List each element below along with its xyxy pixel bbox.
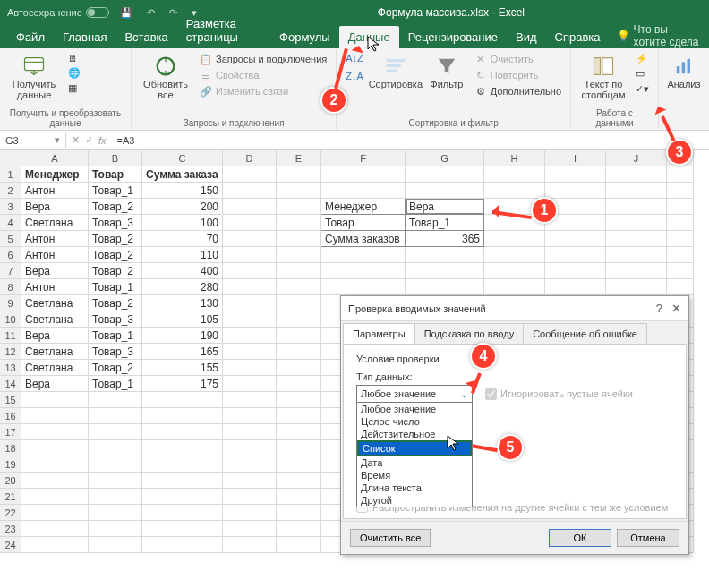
cell-D23[interactable] bbox=[223, 521, 277, 537]
cell-I7[interactable] bbox=[545, 263, 606, 279]
cell-D6[interactable] bbox=[223, 247, 277, 263]
col-header-I[interactable]: I bbox=[545, 150, 606, 166]
row-header-10[interactable]: 10 bbox=[0, 311, 21, 328]
cell-A8[interactable]: Антон bbox=[21, 279, 89, 295]
cell-D9[interactable] bbox=[223, 295, 277, 311]
cell-C8[interactable]: 280 bbox=[142, 279, 223, 295]
cell-A11[interactable]: Вера bbox=[21, 328, 89, 344]
cell-D13[interactable] bbox=[223, 360, 277, 376]
cell-E23[interactable] bbox=[277, 521, 321, 537]
cell-B20[interactable] bbox=[89, 473, 142, 489]
cell-B15[interactable] bbox=[89, 392, 142, 408]
tab-layout[interactable]: Разметка страницы bbox=[177, 13, 270, 48]
cell-K2[interactable] bbox=[667, 183, 694, 199]
cell-E5[interactable] bbox=[277, 231, 321, 247]
cell-H5[interactable] bbox=[484, 231, 545, 247]
cell-D22[interactable] bbox=[223, 505, 277, 521]
combo-opt-5[interactable]: Время bbox=[357, 469, 472, 481]
row-header-11[interactable]: 11 bbox=[0, 328, 21, 344]
row-header-4[interactable]: 4 bbox=[0, 215, 21, 231]
autosave-toggle[interactable]: Автосохранение bbox=[7, 7, 109, 18]
cell-C11[interactable]: 190 bbox=[142, 328, 223, 344]
row-header-21[interactable]: 21 bbox=[0, 489, 21, 505]
clear-all-button[interactable]: Очистить все bbox=[350, 529, 431, 547]
cell-G8[interactable] bbox=[406, 279, 484, 295]
cell-A15[interactable] bbox=[21, 392, 89, 408]
cell-J1[interactable] bbox=[606, 166, 667, 183]
cell-C15[interactable] bbox=[142, 392, 223, 408]
queries-cmd[interactable]: 📋Запросы и подключения bbox=[198, 52, 329, 66]
cell-B4[interactable]: Товар_3 bbox=[89, 215, 142, 231]
cell-D18[interactable] bbox=[223, 440, 277, 456]
cell-B22[interactable] bbox=[89, 505, 142, 521]
cell-H1[interactable] bbox=[484, 166, 545, 183]
cell-C19[interactable] bbox=[142, 456, 223, 473]
flash-fill-icon[interactable]: ⚡ bbox=[634, 52, 651, 65]
cell-G7[interactable] bbox=[406, 263, 484, 279]
cell-E15[interactable] bbox=[277, 392, 321, 408]
cell-D24[interactable] bbox=[223, 537, 277, 553]
cell-A7[interactable]: Вера bbox=[21, 263, 89, 279]
cell-F2[interactable] bbox=[321, 183, 406, 199]
cell-C22[interactable] bbox=[142, 505, 223, 521]
row-header-8[interactable]: 8 bbox=[0, 279, 21, 295]
cell-C4[interactable]: 100 bbox=[142, 215, 223, 231]
cell-E20[interactable] bbox=[277, 473, 321, 489]
combo-opt-7[interactable]: Другой bbox=[357, 494, 472, 507]
cell-A4[interactable]: Светлана bbox=[21, 215, 89, 231]
cell-D21[interactable] bbox=[223, 489, 277, 505]
cell-D7[interactable] bbox=[223, 263, 277, 279]
cell-C2[interactable]: 150 bbox=[142, 183, 223, 199]
row-header-14[interactable]: 14 bbox=[0, 376, 21, 392]
cell-B16[interactable] bbox=[89, 408, 142, 424]
cell-E4[interactable] bbox=[277, 215, 321, 231]
tab-view[interactable]: Вид bbox=[507, 26, 546, 48]
cell-B21[interactable] bbox=[89, 489, 142, 505]
cell-C14[interactable]: 175 bbox=[142, 376, 223, 392]
cell-D10[interactable] bbox=[223, 311, 277, 328]
col-header-B[interactable]: B bbox=[89, 150, 142, 166]
cell-H2[interactable] bbox=[484, 183, 545, 199]
from-web-icon[interactable]: 🌐 bbox=[66, 66, 82, 80]
cell-I2[interactable] bbox=[545, 183, 606, 199]
cell-E1[interactable] bbox=[277, 166, 321, 183]
cell-D2[interactable] bbox=[223, 183, 277, 199]
undo-icon[interactable]: ↶ bbox=[143, 7, 158, 19]
cell-F1[interactable] bbox=[321, 166, 406, 183]
col-header-A[interactable]: A bbox=[21, 150, 89, 166]
cell-C7[interactable]: 400 bbox=[142, 263, 223, 279]
cell-I1[interactable] bbox=[545, 166, 606, 183]
combo-opt-3[interactable]: Список bbox=[357, 440, 472, 456]
ignore-blank-checkbox[interactable]: Игнорировать пустые ячейки bbox=[485, 388, 633, 400]
cell-C17[interactable] bbox=[142, 424, 223, 440]
col-header-E[interactable]: E bbox=[277, 150, 321, 166]
cell-A16[interactable] bbox=[21, 408, 89, 424]
cell-A23[interactable] bbox=[21, 521, 89, 537]
cell-C20[interactable] bbox=[142, 473, 223, 489]
cell-B9[interactable]: Товар_2 bbox=[89, 295, 142, 311]
cell-B3[interactable]: Товар_2 bbox=[89, 199, 142, 215]
tab-formulas[interactable]: Формулы bbox=[270, 26, 339, 48]
row-header-24[interactable]: 24 bbox=[0, 537, 21, 553]
cell-D14[interactable] bbox=[223, 376, 277, 392]
row-header-6[interactable]: 6 bbox=[0, 247, 21, 263]
combo-opt-4[interactable]: Дата bbox=[357, 456, 472, 469]
cell-F5[interactable]: Сумма заказов bbox=[321, 231, 406, 247]
cell-B5[interactable]: Товар_2 bbox=[89, 231, 142, 247]
cell-C6[interactable]: 110 bbox=[142, 247, 223, 263]
cell-E7[interactable] bbox=[277, 263, 321, 279]
cell-B2[interactable]: Товар_1 bbox=[89, 183, 142, 199]
cell-K3[interactable] bbox=[667, 199, 694, 215]
cell-K4[interactable] bbox=[667, 215, 694, 231]
row-header-7[interactable]: 7 bbox=[0, 263, 21, 279]
col-header-D[interactable]: D bbox=[223, 150, 277, 166]
cell-F7[interactable] bbox=[321, 263, 406, 279]
cell-A5[interactable]: Антон bbox=[21, 231, 89, 247]
analyze-button[interactable]: Анализ bbox=[666, 52, 702, 89]
cancel-button[interactable]: Отмена bbox=[617, 529, 679, 547]
tab-insert[interactable]: Вставка bbox=[115, 26, 176, 48]
cell-H8[interactable] bbox=[484, 279, 545, 295]
cell-C21[interactable] bbox=[142, 489, 223, 505]
select-all-corner[interactable] bbox=[0, 150, 21, 166]
name-box[interactable]: G3 ▾ bbox=[0, 132, 66, 148]
